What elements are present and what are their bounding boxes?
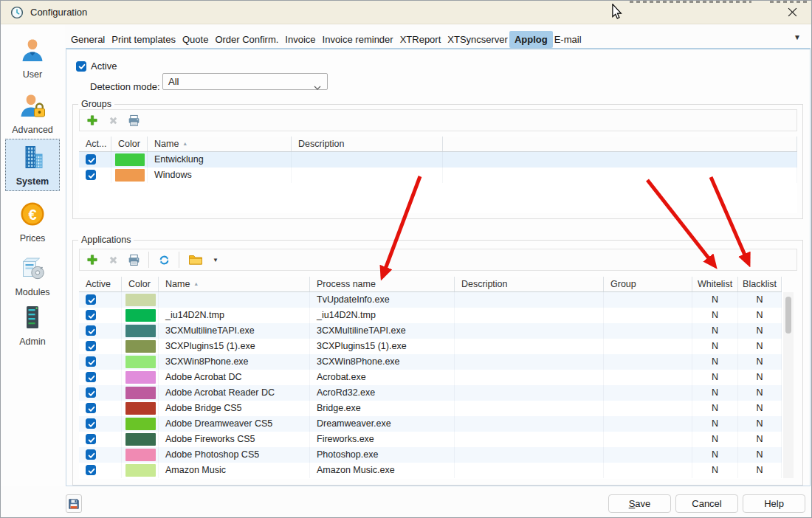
name-cell: Adobe Fireworks CS5 bbox=[159, 432, 310, 447]
column-header-blacklist[interactable]: Blacklist bbox=[738, 277, 782, 291]
row-active-checkbox[interactable] bbox=[86, 418, 96, 429]
configuration-dialog: Configuration UserAdvancedSystem€PricesM… bbox=[0, 0, 812, 518]
save-profile-button[interactable] bbox=[66, 494, 82, 513]
table-row[interactable]: 3CXMultilineTAPI.exe3CXMultilineTAPI.exe… bbox=[79, 323, 782, 339]
table-row[interactable]: TvUpdateInfo.exeNN bbox=[79, 292, 782, 308]
tab-invoice[interactable]: Invoice bbox=[285, 34, 315, 45]
table-row[interactable]: Entwicklung bbox=[79, 152, 797, 168]
column-header-name[interactable]: Name▲ bbox=[148, 137, 292, 151]
name-cell: 3CXMultilineTAPI.exe bbox=[159, 323, 310, 339]
applog-panel: Active Detection mode: All Groups Act...… bbox=[66, 48, 811, 486]
column-header-whitelist[interactable]: Whitelist bbox=[692, 277, 738, 291]
tab-xtsyncserver[interactable]: XTSyncserver bbox=[447, 34, 508, 45]
detection-mode-select[interactable]: All bbox=[162, 73, 328, 90]
active-cell bbox=[79, 401, 122, 416]
group-cell bbox=[604, 308, 692, 323]
sidebar-item-prices[interactable]: €Prices bbox=[5, 196, 60, 248]
column-header-active[interactable]: Act... bbox=[79, 137, 111, 151]
plus-icon bbox=[86, 114, 98, 126]
print-applications-button[interactable] bbox=[127, 253, 140, 266]
row-active-checkbox[interactable] bbox=[86, 325, 96, 336]
active-checkbox[interactable] bbox=[76, 61, 86, 72]
row-active-checkbox[interactable] bbox=[86, 154, 96, 165]
column-header-description[interactable]: Description bbox=[455, 277, 604, 291]
tab-e-mail[interactable]: E-mail bbox=[554, 34, 582, 45]
sort-ascending-icon: ▲ bbox=[193, 281, 199, 286]
folder-dropdown-caret[interactable]: ▼ bbox=[213, 257, 219, 263]
add-application-button[interactable] bbox=[86, 253, 99, 266]
color-swatch bbox=[125, 433, 156, 446]
row-active-checkbox[interactable] bbox=[86, 387, 96, 398]
column-header-name[interactable]: Name▲ bbox=[159, 277, 310, 291]
tab-xtreport[interactable]: XTReport bbox=[400, 34, 441, 45]
row-active-checkbox[interactable] bbox=[86, 310, 96, 320]
applications-scrollbar[interactable] bbox=[783, 292, 794, 478]
table-row[interactable]: Adobe Acrobat Reader DCAcroRd32.exeNN bbox=[79, 385, 782, 401]
sidebar-item-label: Advanced bbox=[6, 125, 59, 135]
row-active-checkbox[interactable] bbox=[86, 449, 96, 460]
table-row[interactable]: Adobe Fireworks CS5Fireworks.exeNN bbox=[79, 432, 782, 447]
sidebar-item-advanced[interactable]: Advanced bbox=[5, 87, 60, 139]
column-header-process[interactable]: Process name bbox=[310, 277, 455, 291]
help-button[interactable]: Help bbox=[743, 494, 805, 513]
tab-overflow-button[interactable]: ▼ bbox=[794, 33, 801, 41]
process-cell: Acrobat.exe bbox=[310, 370, 455, 385]
prices-icon: € bbox=[19, 201, 46, 227]
table-row[interactable]: Adobe Photoshop CS5Photoshop.exeNN bbox=[79, 447, 782, 463]
sidebar-item-admin[interactable]: Admin bbox=[5, 299, 60, 351]
table-row[interactable]: Adobe Dreamweaver CS5Dreamweaver.exeNN bbox=[79, 416, 782, 432]
save-button[interactable]: Save bbox=[608, 494, 671, 513]
groups-title: Groups bbox=[78, 99, 114, 109]
refresh-button[interactable] bbox=[157, 253, 171, 266]
table-row[interactable]: 3CXWin8Phone.exe3CXWin8Phone.exeNN bbox=[79, 354, 782, 370]
table-row[interactable]: Amazon MusicAmazon Music.exeNN bbox=[79, 463, 782, 478]
active-cell bbox=[79, 292, 122, 308]
close-button[interactable] bbox=[777, 1, 807, 24]
column-header-_f[interactable] bbox=[443, 137, 797, 151]
row-active-checkbox[interactable] bbox=[86, 434, 96, 444]
column-header-color[interactable]: Color bbox=[111, 137, 148, 151]
printer-icon bbox=[128, 114, 140, 127]
scrollbar-thumb[interactable] bbox=[785, 297, 791, 334]
tab-invoice-reminder[interactable]: Invoice reminder bbox=[323, 34, 393, 45]
active-label: Active bbox=[91, 61, 117, 72]
print-groups-button[interactable] bbox=[127, 114, 140, 127]
folder-button[interactable] bbox=[187, 253, 204, 266]
cancel-button[interactable]: Cancel bbox=[675, 494, 738, 513]
row-active-checkbox[interactable] bbox=[86, 372, 96, 382]
tab-general[interactable]: General bbox=[71, 34, 105, 45]
row-active-checkbox[interactable] bbox=[86, 341, 96, 351]
sidebar-item-modules[interactable]: Modules bbox=[5, 249, 60, 302]
refresh-icon bbox=[158, 254, 171, 266]
add-group-button[interactable] bbox=[86, 114, 99, 127]
delete-application-button[interactable] bbox=[106, 253, 120, 266]
column-header-group[interactable]: Group bbox=[604, 277, 692, 291]
active-cell bbox=[79, 385, 122, 401]
delete-group-button[interactable] bbox=[106, 114, 120, 127]
sidebar-item-user[interactable]: User bbox=[5, 32, 60, 84]
color-swatch bbox=[125, 464, 156, 477]
column-header-description[interactable]: Description bbox=[292, 137, 443, 151]
table-row[interactable]: Adobe Acrobat DCAcrobat.exeNN bbox=[79, 370, 782, 385]
row-active-checkbox[interactable] bbox=[86, 356, 96, 367]
color-cell bbox=[111, 152, 148, 168]
process-cell: 3CXMultilineTAPI.exe bbox=[310, 323, 455, 339]
column-header-active[interactable]: Active bbox=[79, 277, 122, 291]
window-title: Configuration bbox=[30, 7, 87, 18]
table-row[interactable]: 3CXPlugins15 (1).exe3CXPlugins15 (1).exe… bbox=[79, 339, 782, 354]
tab-quote[interactable]: Quote bbox=[182, 34, 208, 45]
table-row[interactable]: _iu14D2N.tmp_iu14D2N.tmpNN bbox=[79, 308, 782, 323]
sidebar-item-system[interactable]: System bbox=[5, 139, 60, 191]
row-active-checkbox[interactable] bbox=[86, 170, 96, 180]
row-active-checkbox[interactable] bbox=[86, 294, 96, 305]
tab-applog[interactable]: Applog bbox=[509, 31, 553, 48]
tab-order-confirm-[interactable]: Order Confirm. bbox=[215, 34, 278, 45]
row-active-checkbox[interactable] bbox=[86, 465, 96, 475]
title-bar: Configuration bbox=[1, 1, 812, 24]
color-swatch bbox=[125, 449, 156, 461]
table-row[interactable]: Windows bbox=[79, 168, 797, 183]
table-row[interactable]: Adobe Bridge CS5Bridge.exeNN bbox=[79, 401, 782, 416]
column-header-color[interactable]: Color bbox=[122, 277, 159, 291]
row-active-checkbox[interactable] bbox=[86, 403, 96, 413]
tab-print-templates[interactable]: Print templates bbox=[111, 34, 176, 45]
